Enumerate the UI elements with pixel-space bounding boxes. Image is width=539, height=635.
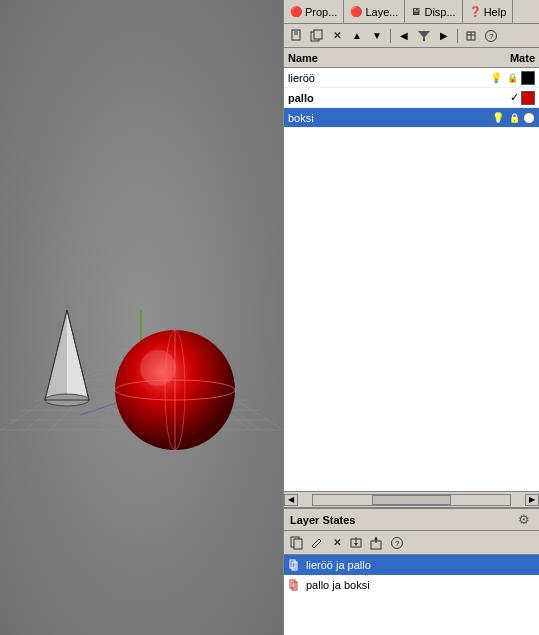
scroll-right-btn[interactable]: ▶ [525,494,539,506]
state-help-btn[interactable]: ? [388,534,406,552]
layer-row-liero[interactable]: lieröö 💡 🔒 [284,68,539,88]
state-import-btn[interactable] [348,534,366,552]
layer-states-list[interactable]: lieröö ja pallo pallo ja boksi [284,555,539,635]
scene-svg [0,0,283,635]
layer-toolbar: ✕ ▲ ▼ ◀ ▶ ? [284,24,539,48]
bulb-icon-liero: 💡 [489,71,503,85]
tab-properties[interactable]: 🔴 Prop... [284,0,344,23]
svg-text:?: ? [395,539,400,548]
layer-list[interactable]: lieröö 💡 🔒 pallo ✓ boksi 💡 [284,68,539,491]
tab-help[interactable]: ❓ Help [463,0,514,23]
layer-name-pallo: pallo [288,92,510,104]
svg-rect-44 [294,539,302,549]
layer-states-toolbar: ✕ ? [284,531,539,555]
svg-rect-55 [292,562,297,570]
color-swatch-pallo [521,91,535,105]
svg-marker-48 [354,543,358,546]
sep2 [457,29,458,43]
svg-line-45 [319,539,321,541]
svg-rect-36 [314,30,322,39]
move-down-btn[interactable]: ▼ [368,27,386,45]
layer-row-boksi[interactable]: boksi 💡 🔒 [284,108,539,128]
tab-layers[interactable]: 🔴 Laye... [344,0,405,23]
svg-marker-51 [374,537,378,540]
delete-layer-btn[interactable]: ✕ [328,27,346,45]
filter-btn[interactable] [415,27,433,45]
right-panel: 🔴 Prop... 🔴 Laye... 🖥 Disp... ❓ Help [283,0,539,635]
name-col-header: Name [288,52,475,64]
layer-icons-pallo: ✓ [510,91,535,105]
lock-icon-boksi: 🔒 [507,111,521,125]
scroll-left-btn[interactable]: ◀ [284,494,298,506]
checkmark-pallo: ✓ [510,91,519,104]
tabs-row: 🔴 Prop... 🔴 Laye... 🖥 Disp... ❓ Help [284,0,539,24]
layer-row-pallo[interactable]: pallo ✓ [284,88,539,108]
state-delete-btn[interactable]: ✕ [328,534,346,552]
bulb-icon-boksi: 💡 [491,111,505,125]
layer-list-header: Name Mate [284,48,539,68]
layer-states-title: Layer States [290,514,355,526]
color-swatch-boksi [523,112,535,124]
state-name-pallo-boksi: pallo ja boksi [306,579,370,591]
viewport-canvas [0,0,283,635]
move-right-btn[interactable]: ▶ [435,27,453,45]
color-swatch-liero [521,71,535,85]
scroll-thumb[interactable] [372,495,451,505]
help-btn[interactable]: ? [482,27,500,45]
state-edit-btn[interactable] [308,534,326,552]
layer-states-header: Layer States ⚙ [284,509,539,531]
sep1 [390,29,391,43]
svg-marker-37 [418,31,430,41]
state-icon-2 [288,578,302,592]
state-row-liero-pallo[interactable]: lieröö ja pallo [284,555,539,575]
layer-name-liero: lieröö [288,72,489,84]
layer-icons-liero: 💡 🔒 [489,71,535,85]
mate-col-header: Mate [475,52,535,64]
viewport-panel [0,0,283,635]
layer-icons-boksi: 💡 🔒 [491,111,535,125]
layer-name-boksi: boksi [288,112,491,124]
move-left-btn[interactable]: ◀ [395,27,413,45]
state-export-btn[interactable] [368,534,386,552]
settings-btn[interactable] [462,27,480,45]
state-icon-1 [288,558,302,572]
layer-states-settings-btn[interactable]: ⚙ [515,511,533,529]
state-new-btn[interactable] [288,534,306,552]
layer-states-section: Layer States ⚙ ✕ ? [284,507,539,635]
new-layer-btn[interactable] [288,27,306,45]
lock-icon-liero: 🔒 [505,71,519,85]
move-up-btn[interactable]: ▲ [348,27,366,45]
state-row-pallo-boksi[interactable]: pallo ja boksi [284,575,539,595]
tab-display[interactable]: 🖥 Disp... [405,0,462,23]
state-name-liero-pallo: lieröö ja pallo [306,559,371,571]
horizontal-scrollbar[interactable]: ◀ ▶ [284,491,539,507]
scroll-track[interactable] [312,494,511,506]
svg-rect-57 [292,582,297,590]
svg-text:?: ? [489,32,494,41]
copy-layer-btn[interactable] [308,27,326,45]
